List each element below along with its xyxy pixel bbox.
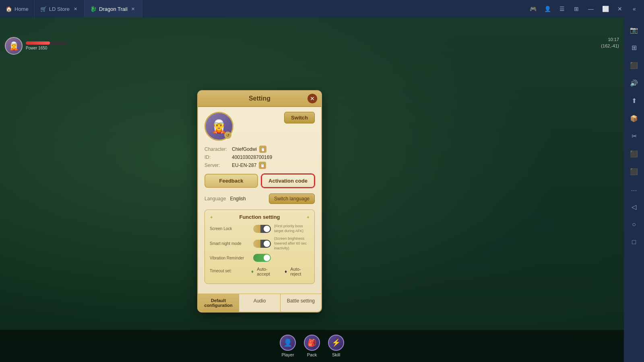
setting-dialog: Setting ✕ 🧝 ↺ Switch Character: ChiefGod… [197, 90, 322, 313]
vibration-label: Vibration Reminder [210, 256, 250, 260]
sidebar-resize[interactable]: ⬛ [627, 58, 641, 72]
minimize-btn[interactable]: — [584, 2, 597, 15]
menu-icon[interactable]: ☰ [555, 2, 568, 15]
footer-tab-battle[interactable]: Battle setting [281, 294, 321, 312]
sidebar-import[interactable]: ⬛ [627, 146, 641, 161]
timeout-label: Timeout set: [210, 269, 246, 273]
auto-accept-option[interactable]: ♦ Auto-accept [250, 267, 278, 276]
player-avatar: 🧝 [5, 37, 23, 55]
tab-home[interactable]: 🏠 Home [0, 0, 35, 18]
tab-ldstore-close[interactable]: ✕ [72, 6, 78, 12]
id-label: ID: [204, 154, 232, 160]
timeout-options: ♦ Auto-accept ♦ Auto-reject [250, 267, 310, 276]
smart-night-toggle[interactable] [253, 240, 271, 248]
collapse-icon[interactable]: « [628, 2, 641, 15]
account-icon[interactable]: 👤 [541, 2, 554, 15]
vibration-row: Vibration Reminder [210, 254, 310, 262]
dialog-title: Setting [249, 95, 270, 102]
copy-server-btn[interactable]: 📋 [259, 162, 266, 169]
dialog-body: 🧝 ↺ Switch Character: ChiefGodwi 📋 ID: 4… [198, 107, 321, 294]
switch-language-btn[interactable]: Switch language [269, 193, 315, 204]
gamepad-icon[interactable]: 🎮 [526, 2, 539, 15]
server-label: Server: [204, 162, 232, 168]
sidebar-scissors[interactable]: ✂ [627, 129, 641, 143]
restore-btn[interactable]: ⬜ [599, 2, 612, 15]
game-bottom-bar: 👤 Player 🎒 Pack ⚡ Skill [0, 330, 624, 362]
screen-lock-toggle[interactable] [253, 225, 271, 233]
hp-fill [26, 41, 50, 45]
power-text: Power 1650 [26, 46, 66, 50]
sidebar-grid[interactable]: ⊞ [627, 40, 641, 55]
switch-account-btn[interactable]: Switch [284, 112, 315, 123]
copy-character-btn[interactable]: 📋 [259, 146, 266, 153]
smart-night-desc: (Screen brightness lowered after 60 sec … [274, 237, 310, 251]
avatar-section: 🧝 ↺ Switch [204, 112, 315, 141]
language-row: Language English Switch language [204, 193, 315, 204]
feedback-btn[interactable]: Feedback [204, 174, 258, 188]
server-value: EU-EN-287 [232, 162, 256, 168]
timeout-row: Timeout set: ♦ Auto-accept ♦ Auto-reject [210, 265, 310, 276]
pack-icon: 🎒 [304, 335, 320, 351]
dialog-close-btn[interactable]: ✕ [308, 94, 317, 103]
auto-reject-option[interactable]: ♦ Auto-reject [283, 267, 310, 276]
player-hud: 🧝 Power 1650 [5, 37, 66, 55]
sidebar-more[interactable]: … [627, 182, 641, 196]
language-label: Language [204, 196, 226, 202]
tab-dragontail-close[interactable]: ✕ [130, 6, 136, 12]
tab-ldstore[interactable]: 🛒 LD Store ✕ [35, 0, 85, 18]
smart-night-row: Smart night mode (Screen brightness lowe… [210, 237, 310, 251]
language-value: English [230, 196, 246, 202]
sidebar-upload[interactable]: ⬆ [627, 93, 641, 108]
character-avatar: 🧝 ↺ [204, 112, 233, 141]
sidebar-export[interactable]: ⬛ [627, 164, 641, 179]
top-right-hud: 10:17 (162,-41) [601, 37, 619, 48]
character-row: Character: ChiefGodwi 📋 [204, 146, 315, 153]
pack-label: Pack [307, 352, 317, 357]
footer-tab-audio[interactable]: Audio [239, 294, 280, 312]
tab-home-label: Home [14, 6, 29, 12]
sidebar-volume[interactable]: 🔊 [627, 76, 641, 90]
character-label: Character: [204, 146, 232, 152]
tab-dragontail[interactable]: 🐉 Dragon Trail ✕ [85, 0, 142, 18]
player-label: Player [281, 352, 294, 357]
sidebar-back[interactable]: ◁ [627, 200, 641, 214]
game-time: 10:17 [608, 37, 619, 42]
vibration-knob [264, 255, 270, 261]
close-btn[interactable]: ✕ [613, 2, 626, 15]
character-value: ChiefGodwi [232, 146, 257, 152]
game-coords: (162,-41) [601, 43, 619, 48]
action-buttons: Feedback Activation code [204, 174, 315, 188]
character-info: Character: ChiefGodwi 📋 ID: 400103028700… [204, 146, 315, 169]
sidebar-screenshot[interactable]: 📷 [627, 23, 641, 37]
window-controls: 🎮 👤 ☰ ⊞ — ⬜ ✕ « [526, 2, 644, 15]
player-btn[interactable]: 👤 Player [280, 335, 296, 357]
footer-tab-default[interactable]: Default configuration [198, 294, 239, 312]
screen-lock-label: Screen Lock [210, 226, 250, 231]
home-icon: 🏠 [6, 6, 12, 12]
screen-lock-knob [264, 226, 270, 232]
ldstore-icon: 🛒 [40, 6, 47, 12]
auto-reject-icon: ♦ [283, 268, 289, 275]
right-sidebar: 📷 ⊞ ⬛ 🔊 ⬆ 📦 ✂ ⬛ ⬛ … ◁ ○ □ [624, 18, 644, 362]
function-setting-section: Function setting Screen Lock (First prio… [204, 210, 315, 284]
layout-icon[interactable]: ⊞ [570, 2, 583, 15]
dragontail-icon: 🐉 [90, 6, 97, 12]
vibration-toggle[interactable] [253, 254, 271, 262]
activation-code-btn[interactable]: Activation code [261, 174, 315, 188]
tab-dragontail-label: Dragon Trail [99, 6, 128, 12]
skill-btn[interactable]: ⚡ Skill [328, 335, 344, 357]
skill-icon: ⚡ [328, 335, 344, 351]
player-icon: 👤 [280, 335, 296, 351]
pack-btn[interactable]: 🎒 Pack [304, 335, 320, 357]
smart-night-label: Smart night mode [210, 241, 250, 246]
sidebar-home[interactable]: ○ [627, 217, 641, 232]
smart-night-knob [264, 241, 270, 247]
sidebar-apk[interactable]: 📦 [627, 111, 641, 125]
sidebar-square[interactable]: □ [627, 235, 641, 249]
auto-reject-label: Auto-reject [290, 267, 310, 276]
game-hud: 🧝 Power 1650 10:17 (162,-41) [0, 34, 624, 58]
hp-bar [26, 41, 66, 45]
player-stats: Power 1650 [26, 41, 66, 50]
game-area[interactable]: 🧝 Power 1650 10:17 (162,-41) 👤 Player 🎒 … [0, 18, 624, 362]
server-row: Server: EU-EN-287 📋 [204, 162, 315, 169]
